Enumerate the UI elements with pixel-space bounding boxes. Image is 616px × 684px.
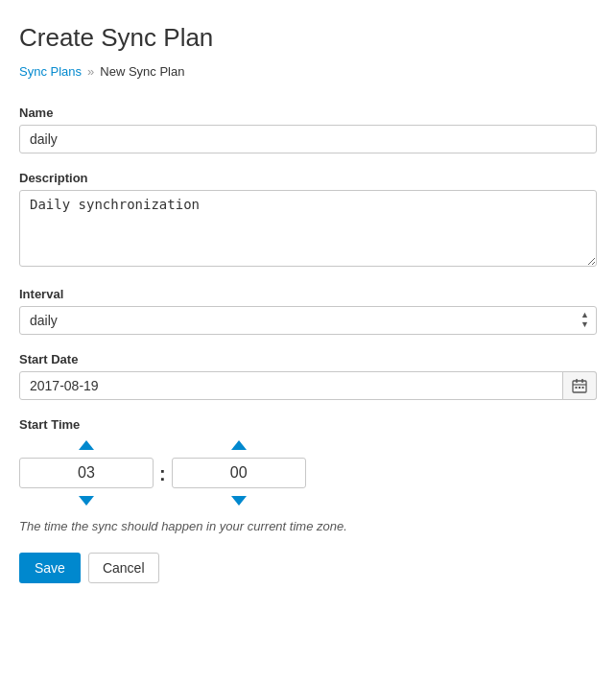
minutes-down-button[interactable] — [223, 492, 255, 509]
calendar-icon — [572, 378, 587, 393]
chevron-up-icon — [78, 438, 95, 452]
hours-down-button[interactable] — [70, 492, 103, 509]
chevron-down-icon — [230, 494, 248, 507]
form-actions: Save Cancel — [19, 553, 597, 583]
minutes-input[interactable] — [172, 458, 306, 488]
svg-marker-10 — [231, 496, 247, 506]
breadcrumb-sync-plans-link[interactable]: Sync Plans — [19, 64, 82, 79]
name-field-group: Name — [19, 106, 597, 153]
start-date-label: Start Date — [19, 352, 597, 366]
save-button[interactable]: Save — [19, 553, 81, 583]
svg-marker-7 — [79, 440, 94, 450]
interval-select-wrapper: daily hourly weekly custom cron expressi… — [19, 306, 597, 335]
svg-marker-9 — [231, 440, 247, 450]
start-time-field-group: Start Time : — [19, 417, 597, 533]
time-separator: : — [154, 463, 172, 485]
description-field-group: Description — [19, 171, 597, 270]
chevron-down-icon — [78, 494, 95, 507]
start-time-label: Start Time — [19, 417, 597, 432]
hours-up-button[interactable] — [70, 436, 103, 454]
cancel-button[interactable]: Cancel — [88, 553, 159, 583]
description-input[interactable] — [19, 190, 597, 267]
hours-unit — [19, 436, 154, 509]
interval-label: Interval — [19, 287, 597, 301]
svg-marker-8 — [79, 496, 94, 506]
name-label: Name — [19, 106, 597, 120]
hours-input[interactable] — [19, 458, 154, 488]
time-picker: : — [19, 436, 597, 509]
page-title: Create Sync Plan — [19, 23, 597, 53]
svg-rect-6 — [582, 387, 584, 389]
interval-field-group: Interval daily hourly weekly custom cron… — [19, 287, 597, 335]
description-label: Description — [19, 171, 597, 185]
breadcrumb-separator: » — [87, 64, 94, 79]
svg-rect-5 — [579, 387, 580, 389]
start-date-input[interactable] — [19, 371, 597, 400]
minutes-up-button[interactable] — [223, 436, 255, 454]
breadcrumb: Sync Plans » New Sync Plan — [19, 64, 597, 79]
interval-select[interactable]: daily hourly weekly custom cron expressi… — [19, 306, 597, 335]
calendar-icon-button[interactable] — [562, 371, 597, 400]
time-hint: The time the sync should happen in your … — [19, 519, 597, 533]
chevron-up-icon — [230, 438, 248, 452]
svg-rect-4 — [576, 387, 578, 389]
breadcrumb-current: New Sync Plan — [100, 64, 184, 79]
minutes-unit — [172, 436, 306, 509]
name-input[interactable] — [19, 125, 597, 153]
start-date-wrapper — [19, 371, 597, 400]
start-date-field-group: Start Date — [19, 352, 597, 400]
